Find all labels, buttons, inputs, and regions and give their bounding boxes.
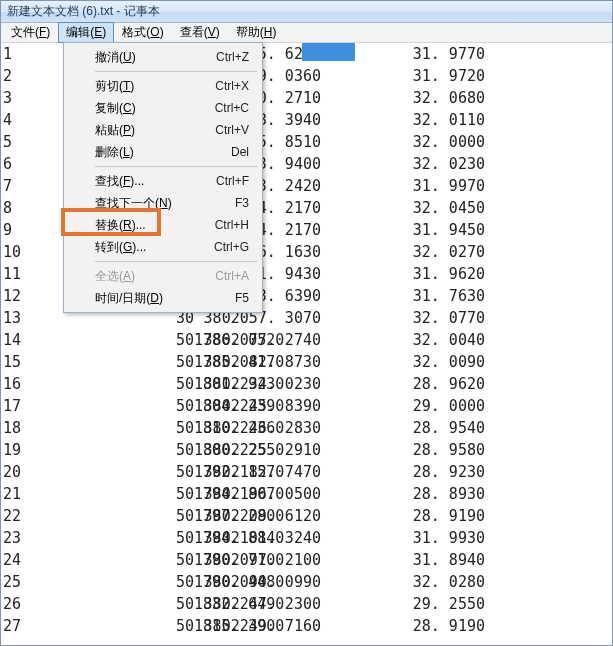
menu-item-撤消[interactable]: 撤消(U)Ctrl+Z — [67, 46, 259, 68]
text-row[interactable]: 501810. 23603802246. 283028. 9540 — [1, 417, 612, 439]
text-selection — [302, 43, 355, 61]
menu-separator — [95, 71, 257, 72]
text-row[interactable]: 501790. 44803802090. 099032. 0280 — [1, 571, 612, 593]
text-row[interactable]: 501786. 05203802077. 274032. 0040 — [1, 329, 612, 351]
menu-separator — [95, 261, 257, 262]
menu-帮助[interactable]: 帮助(H) — [228, 22, 285, 43]
text-row[interactable]: 501801. 92303802234. 023028. 9620 — [1, 373, 612, 395]
menu-查看[interactable]: 查看(V) — [172, 22, 228, 43]
text-row[interactable]: 501815. 39003802249. 716028. 9190 — [1, 615, 612, 637]
menu-item-时间/日期[interactable]: 时间/日期(D)F5 — [67, 287, 259, 309]
menu-item-查找下一个[interactable]: 查找下一个(N)F3 — [67, 192, 259, 214]
text-row[interactable]: 501794. 88403802101. 324031. 9930 — [1, 527, 612, 549]
text-row[interactable]: 501804. 23903802245. 839029. 0000 — [1, 395, 612, 417]
menu-item-替换[interactable]: 替换(R)...Ctrl+H — [67, 214, 259, 236]
text-row[interactable]: 501794. 80703802196. 050028. 8930 — [1, 483, 612, 505]
menu-separator — [95, 166, 257, 167]
menu-item-剪切[interactable]: 剪切(T)Ctrl+X — [67, 75, 259, 97]
menubar: 文件(F)编辑(E)格式(O)查看(V)帮助(H) — [1, 23, 612, 43]
text-row[interactable]: 501790. 71003802097. 210031. 8940 — [1, 549, 612, 571]
menu-item-粘贴[interactable]: 粘贴(P)Ctrl+V — [67, 119, 259, 141]
menu-item-删除[interactable]: 删除(L)Del — [67, 141, 259, 163]
text-row[interactable]: 501792. 15703802182. 747028. 9230 — [1, 461, 612, 483]
text-row[interactable]: 501832. 64903802247. 230029. 2550 — [1, 593, 612, 615]
menu-文件[interactable]: 文件(F) — [3, 22, 58, 43]
text-row[interactable]: 501797. 28003802209. 612028. 9190 — [1, 505, 612, 527]
menu-item-复制[interactable]: 复制(C)Ctrl+C — [67, 97, 259, 119]
menu-item-查找[interactable]: 查找(F)...Ctrl+F — [67, 170, 259, 192]
text-row[interactable]: 501785. 41703802082. 873032. 0090 — [1, 351, 612, 373]
menu-item-转到[interactable]: 转到(G)...Ctrl+G — [67, 236, 259, 258]
edit-menu-dropdown: 撤消(U)Ctrl+Z剪切(T)Ctrl+X复制(C)Ctrl+C粘贴(P)Ct… — [63, 42, 263, 313]
window-titlebar[interactable]: 新建文本文档 (6).txt - 记事本 — [1, 1, 612, 23]
menu-item-全选: 全选(A)Ctrl+A — [67, 265, 259, 287]
menu-编辑[interactable]: 编辑(E) — [58, 22, 114, 43]
window-title: 新建文本文档 (6).txt - 记事本 — [7, 3, 160, 20]
text-row[interactable]: 501800. 25503802225. 291028. 9580 — [1, 439, 612, 461]
menu-格式[interactable]: 格式(O) — [114, 22, 171, 43]
